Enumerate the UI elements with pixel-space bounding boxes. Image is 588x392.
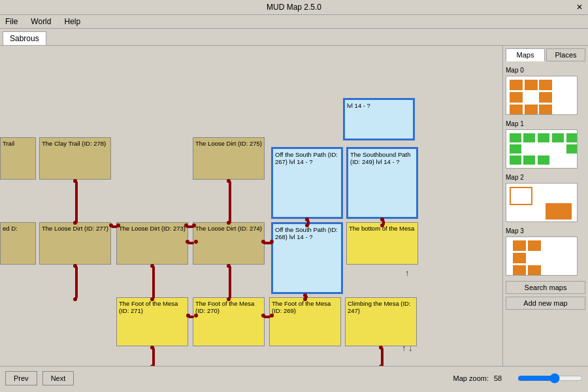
zoom-label: Map zoom: — [453, 374, 489, 382]
connector — [229, 266, 231, 299]
room-r-269[interactable]: The Foot of the Mesa (ID: 269) — [269, 297, 341, 346]
add-new-map-button[interactable]: Add new map — [506, 297, 585, 310]
connector — [75, 181, 78, 223]
room-r-268[interactable]: Off the South Path (ID: 268) lvl 14 - ? — [271, 222, 343, 294]
connector-dot — [192, 223, 196, 227]
zoom-value: 58 — [494, 374, 512, 382]
connector — [75, 266, 78, 299]
map-3-label: Map 3 — [506, 227, 585, 235]
menu-world[interactable]: World — [28, 16, 54, 27]
connector-dot — [227, 221, 231, 225]
footer: Prev Next Map zoom: 58 — [0, 366, 588, 389]
map-2-thumbnail: Map 2 — [506, 174, 585, 222]
connector — [381, 348, 384, 366]
connector-dot — [380, 223, 384, 227]
map-canvas[interactable]: ↑ ↑ ↓ TrailThe Clay Trail (ID: 278)The L… — [0, 46, 503, 366]
room-r-mesa-bottom[interactable]: The bottom of the Mesa — [346, 222, 418, 265]
room-r-247[interactable]: Climbing the Mesa (ID: 247) — [345, 297, 417, 346]
connector-dot — [270, 240, 274, 244]
connector-dot — [261, 240, 265, 244]
connector-dot — [261, 314, 265, 318]
map-0-canvas[interactable] — [506, 76, 578, 115]
sidebar-tab-places[interactable]: Places — [546, 48, 585, 61]
connector-dot — [227, 297, 231, 301]
prev-button[interactable]: Prev — [5, 371, 37, 385]
connector-dot — [73, 264, 77, 268]
room-r-277[interactable]: The Loose Dirt (ID: 277) — [39, 222, 111, 265]
connector-dot — [305, 218, 309, 221]
connector-dot — [194, 240, 198, 244]
connector-dot — [303, 297, 307, 301]
connector-dot — [150, 365, 154, 366]
connector-dot — [305, 223, 309, 227]
sidebar: Maps Places Map 0 Map 1 — [503, 46, 588, 366]
connector — [152, 348, 155, 366]
connector-dot — [186, 314, 190, 318]
connector-dot — [116, 223, 120, 227]
connector-dot — [227, 179, 231, 183]
room-r-270[interactable]: The Foot of the Mesa (ID: 270) — [193, 297, 265, 346]
connector-dot — [73, 221, 77, 225]
connector-dot — [184, 223, 188, 227]
next-button[interactable]: Next — [42, 371, 74, 385]
room-r-273[interactable]: The Loose Dirt (ID: 273) — [116, 222, 188, 265]
room-r-267[interactable]: Off the South Path (ID: 267) lvl 14 - ? — [271, 147, 343, 219]
connector-dot — [194, 314, 198, 318]
connector-dot — [379, 365, 383, 366]
map-0-thumbnail: Map 0 — [506, 67, 585, 115]
close-button[interactable]: ✕ — [576, 3, 583, 12]
map-0-label: Map 0 — [506, 67, 585, 74]
connector — [152, 266, 155, 299]
connector-dot — [73, 297, 77, 301]
app-title: MUD Map 2.5.0 — [267, 3, 321, 12]
room-r-trail[interactable]: Trail — [0, 137, 36, 180]
zoom-slider[interactable] — [517, 373, 583, 384]
menu-file[interactable]: File — [3, 16, 20, 27]
map-2-canvas[interactable] — [506, 183, 578, 222]
room-r-lvl14top[interactable]: lvl 14 - ? — [343, 98, 415, 140]
sidebar-tab-maps[interactable]: Maps — [506, 48, 545, 61]
room-r-278[interactable]: The Clay Trail (ID: 278) — [39, 137, 111, 180]
connector-dot — [380, 218, 384, 221]
main-area: ↑ ↑ ↓ TrailThe Clay Trail (ID: 278)The L… — [0, 46, 588, 366]
room-r-271[interactable]: The Foot of the Mesa (ID: 271) — [116, 297, 188, 346]
map-2-label: Map 2 — [506, 174, 585, 181]
connector-dot — [73, 179, 77, 183]
tab-bar: Sabrous — [0, 29, 588, 46]
map-1-thumbnail: Map 1 — [506, 120, 585, 169]
arrow-up: ↑ — [405, 268, 410, 278]
room-r-275[interactable]: The Loose Dirt (ID: 275) — [193, 137, 265, 180]
map-3-thumbnail: Map 3 — [506, 227, 585, 276]
room-r-lvl-left[interactable]: ed D: — [0, 222, 36, 265]
connector-dot — [150, 264, 154, 268]
connector-dot — [150, 297, 154, 301]
menu-help[interactable]: Help — [61, 16, 83, 27]
connector-dot — [109, 223, 113, 227]
tab-sabrous[interactable]: Sabrous — [3, 31, 46, 45]
connector-dot — [150, 346, 154, 350]
title-bar: MUD Map 2.5.0 ✕ — [0, 0, 588, 15]
room-r-274[interactable]: The Loose Dirt (ID: 274) — [193, 222, 265, 265]
connector — [229, 181, 231, 223]
search-maps-button[interactable]: Search maps — [506, 281, 585, 294]
connector-dot — [270, 314, 274, 318]
map-1-label: Map 1 — [506, 120, 585, 127]
room-r-249[interactable]: The Southbound Path (ID: 249) lvl 14 - ? — [346, 147, 418, 219]
map-1-canvas[interactable] — [506, 129, 578, 169]
connector-dot — [379, 346, 383, 350]
sidebar-tabs: Maps Places — [506, 48, 585, 61]
menu-bar: File World Help — [0, 15, 588, 29]
connector-dot — [186, 240, 189, 244]
map-3-canvas[interactable] — [506, 237, 578, 276]
connector-dot — [227, 264, 231, 268]
